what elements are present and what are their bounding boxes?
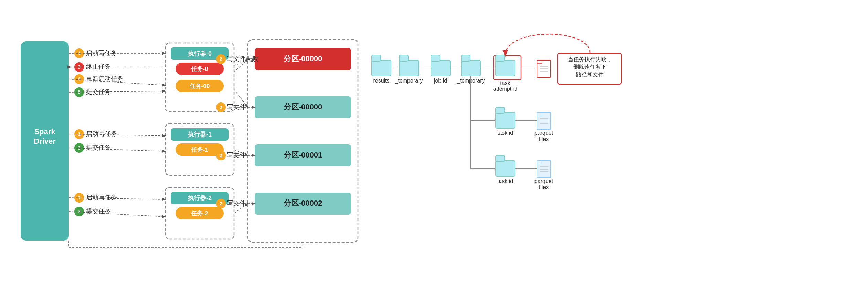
svg-text:提交任务: 提交任务 — [86, 208, 111, 215]
svg-rect-122 — [537, 112, 551, 130]
svg-line-47 — [69, 198, 165, 199]
svg-rect-6 — [176, 63, 224, 75]
svg-rect-119 — [496, 107, 505, 113]
svg-text:执行器-1: 执行器-1 — [187, 131, 212, 138]
diagram: Spark Driver 执行器-0 任务-0 任务-00 1 启动写任务 3 … — [0, 0, 868, 282]
svg-rect-100 — [494, 56, 521, 80]
svg-point-10 — [74, 48, 84, 58]
svg-point-35 — [74, 143, 84, 153]
svg-point-48 — [74, 207, 84, 216]
svg-text:执行器-2: 执行器-2 — [187, 195, 212, 202]
svg-rect-57 — [255, 144, 351, 166]
svg-point-65 — [216, 102, 226, 112]
svg-point-31 — [74, 129, 84, 139]
svg-rect-8 — [176, 80, 224, 92]
svg-text:启动写任务: 启动写任务 — [86, 130, 117, 137]
svg-text:task id: task id — [497, 178, 513, 184]
svg-point-69 — [216, 151, 226, 160]
svg-text:1: 1 — [78, 195, 81, 200]
svg-line-34 — [69, 134, 165, 136]
svg-rect-102 — [496, 55, 505, 61]
svg-line-79 — [234, 150, 248, 155]
svg-line-38 — [69, 148, 165, 151]
svg-text:Spark: Spark — [34, 127, 55, 136]
svg-text:提交任务: 提交任务 — [86, 88, 111, 95]
svg-line-77 — [234, 59, 248, 72]
svg-point-61 — [216, 54, 226, 64]
svg-rect-39 — [165, 187, 234, 239]
svg-rect-85 — [372, 55, 381, 61]
svg-text:当任务执行失败，: 当任务执行失败， — [568, 56, 612, 62]
svg-text:写文件失败: 写文件失败 — [227, 55, 258, 62]
svg-rect-27 — [171, 128, 229, 141]
svg-text:启动写任务: 启动写任务 — [86, 50, 117, 56]
svg-text:2: 2 — [220, 105, 222, 110]
svg-line-64 — [234, 59, 255, 65]
svg-text:2: 2 — [220, 201, 222, 206]
svg-text:3: 3 — [78, 145, 81, 151]
svg-rect-135 — [537, 161, 551, 178]
svg-rect-132 — [496, 155, 505, 162]
svg-text:分区-00000: 分区-00000 — [283, 54, 322, 63]
svg-text:results: results — [373, 78, 389, 84]
svg-text:task: task — [500, 80, 510, 86]
svg-text:3: 3 — [78, 209, 81, 214]
svg-text:写文件: 写文件 — [227, 104, 246, 110]
svg-text:4: 4 — [78, 76, 81, 82]
svg-rect-84 — [372, 60, 391, 76]
svg-rect-26 — [165, 124, 234, 175]
svg-rect-59 — [255, 193, 351, 215]
svg-point-73 — [216, 199, 226, 208]
svg-point-22 — [74, 87, 84, 97]
svg-text:执行器-0: 执行器-0 — [187, 50, 212, 57]
svg-line-51 — [69, 211, 165, 217]
svg-text:路径和文件: 路径和文件 — [576, 72, 604, 77]
svg-point-14 — [74, 62, 84, 72]
svg-rect-40 — [171, 192, 229, 204]
svg-text:分区-00002: 分区-00002 — [283, 199, 322, 207]
svg-point-18 — [74, 74, 84, 84]
svg-text:写文件: 写文件 — [227, 152, 246, 159]
svg-rect-89 — [399, 55, 408, 61]
svg-text:任务-2: 任务-2 — [191, 210, 208, 217]
svg-text:2: 2 — [220, 56, 222, 62]
svg-rect-106 — [537, 60, 551, 77]
svg-text:task id: task id — [497, 130, 513, 136]
svg-text:任务-1: 任务-1 — [191, 147, 208, 153]
svg-text:3: 3 — [78, 64, 81, 70]
svg-rect-0 — [21, 41, 69, 241]
svg-text:启动写任务: 启动写任务 — [86, 194, 117, 201]
svg-line-21 — [69, 79, 165, 85]
svg-text:5: 5 — [78, 89, 81, 95]
svg-rect-93 — [431, 55, 440, 61]
svg-text:分区-00000: 分区-00000 — [283, 102, 322, 111]
svg-text:_temporary: _temporary — [457, 78, 485, 84]
svg-text:Driver: Driver — [34, 137, 56, 145]
svg-text:parquet: parquet — [534, 178, 553, 184]
svg-text:删除该任务下: 删除该任务下 — [573, 64, 606, 70]
svg-text:files: files — [539, 136, 549, 142]
svg-text:_temporary: _temporary — [395, 78, 423, 84]
svg-rect-131 — [496, 161, 515, 176]
svg-rect-53 — [255, 48, 351, 70]
svg-point-44 — [74, 193, 84, 203]
svg-line-78 — [234, 89, 248, 107]
svg-rect-55 — [255, 96, 351, 118]
svg-text:写文件: 写文件 — [227, 200, 246, 207]
svg-text:parquet: parquet — [534, 130, 553, 136]
svg-text:终止任务: 终止任务 — [86, 63, 111, 70]
svg-rect-118 — [496, 112, 515, 128]
svg-text:job id: job id — [434, 78, 447, 84]
svg-text:1: 1 — [78, 51, 81, 56]
svg-rect-101 — [496, 60, 515, 76]
svg-text:提交任务: 提交任务 — [86, 144, 111, 151]
svg-rect-52 — [248, 40, 358, 242]
svg-text:attempt id: attempt id — [493, 86, 517, 92]
svg-rect-29 — [176, 143, 224, 156]
svg-text:任务-0: 任务-0 — [191, 66, 208, 72]
svg-text:重新启动任务: 重新启动任务 — [86, 75, 123, 82]
svg-text:1: 1 — [78, 131, 81, 137]
svg-line-25 — [69, 91, 165, 92]
svg-rect-96 — [461, 60, 480, 76]
svg-rect-112 — [558, 53, 621, 84]
